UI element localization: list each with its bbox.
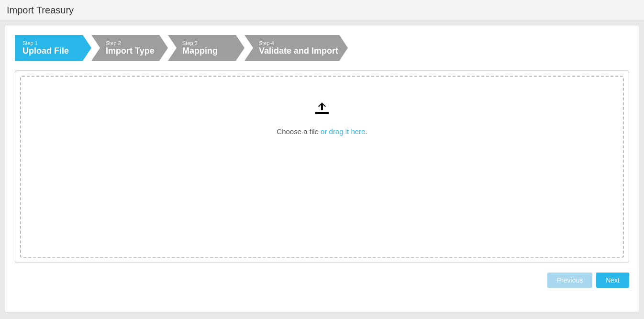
step-3: Step 3 Mapping [168,35,244,61]
step-4-name: Validate and Import [259,46,338,56]
footer-buttons: Previous Next [15,273,629,288]
step-1-label: Step 1 [22,40,82,46]
stepper: Step 1 Upload File Step 2 Import Type St… [15,35,629,61]
dropzone-text: Choose a file or drag it here. [277,127,367,136]
dropzone[interactable]: Choose a file or drag it here. [20,76,624,258]
previous-button[interactable]: Previous [547,273,592,288]
page-title: Import Treasury [7,5,74,15]
next-button[interactable]: Next [596,273,629,288]
dropzone-text-after: . [365,127,367,136]
page-header: Import Treasury [0,0,644,20]
step-1: Step 1 Upload File [15,35,91,61]
step-2-name: Import Type [106,46,158,56]
dropzone-wrapper: Choose a file or drag it here. [15,70,629,263]
step-1-name: Upload File [22,46,82,56]
step-4: Step 4 Validate and Import [244,35,348,61]
upload-icon [311,96,333,123]
step-3-name: Mapping [182,46,235,56]
dropzone-text-before: Choose a file [277,127,321,136]
step-2: Step 2 Import Type [91,35,168,61]
dropzone-link[interactable]: or drag it here [321,127,365,136]
main-container: Step 1 Upload File Step 2 Import Type St… [5,25,639,312]
step-4-label: Step 4 [259,40,338,46]
step-3-label: Step 3 [182,40,235,46]
step-2-label: Step 2 [106,40,158,46]
